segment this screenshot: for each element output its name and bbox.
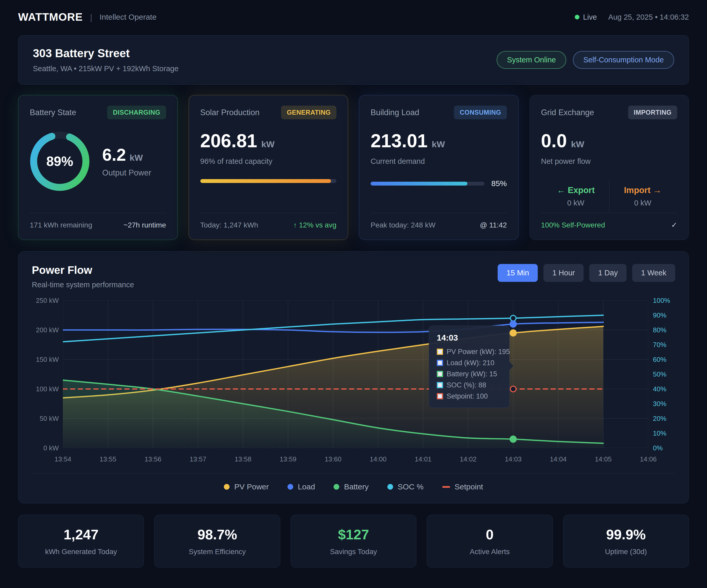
legend-label: SOC % bbox=[398, 482, 424, 491]
grid-export-label: ← Export bbox=[557, 185, 595, 195]
legend-item-pv-power[interactable]: PV Power bbox=[224, 482, 269, 491]
left-axis-tick: 150 kW bbox=[36, 356, 59, 364]
chart-tooltip: 14:03 PV Power (kW): 195Load (kW): 210Ba… bbox=[429, 326, 510, 408]
tooltip-rows: PV Power (kW): 195Load (kW): 210Battery … bbox=[437, 348, 502, 400]
legend-dot-icon bbox=[334, 484, 339, 490]
tooltip-swatch-icon bbox=[437, 349, 443, 355]
site-details: Seattle, WA • 215kW PV + 192kWh Storage bbox=[33, 64, 178, 73]
stat-label: Savings Today bbox=[296, 548, 411, 556]
tooltip-row-label: PV Power (kW): 195 bbox=[447, 348, 510, 356]
solar-production-card: Solar Production GENERATING 206.81 kW 96… bbox=[189, 95, 348, 240]
tooltip-row: PV Power (kW): 195 bbox=[437, 348, 502, 356]
right-axis-tick: 40% bbox=[653, 385, 666, 393]
brand-logo: WATTMORE bbox=[18, 11, 83, 23]
tooltip-row: Battery (kW): 15 bbox=[437, 370, 502, 378]
power-flow-chart[interactable]: 14:03 PV Power (kW): 195Load (kW): 210Ba… bbox=[63, 300, 648, 448]
chart-zone: 250 kW200 kW150 kW100 kW50 kW0 kW 14:03 … bbox=[32, 300, 675, 448]
site-info-bar: 303 Battery Street Seattle, WA • 215kW P… bbox=[18, 35, 689, 85]
battery-soc-donut: 89% bbox=[30, 131, 90, 191]
right-axis-tick: 30% bbox=[653, 400, 666, 408]
grid-export-value: 0 kW bbox=[557, 199, 595, 207]
site-name: 303 Battery Street bbox=[33, 47, 178, 60]
metric-cards-row: Battery State DISCHARGING bbox=[18, 95, 689, 240]
grid-status-badge: IMPORTING bbox=[628, 106, 677, 119]
chart-canvas bbox=[63, 300, 648, 448]
battery-card-title: Battery State bbox=[30, 108, 76, 117]
live-dot-icon bbox=[575, 15, 579, 20]
stat-label: Uptime (30d) bbox=[569, 548, 683, 556]
tooltip-row-label: Setpoint: 100 bbox=[447, 392, 488, 400]
grid-export-import: ← Export 0 kW Import → 0 kW bbox=[541, 180, 677, 212]
stat-active-alerts: 0 Active Alerts bbox=[427, 515, 552, 567]
legend-item-battery[interactable]: Battery bbox=[334, 482, 369, 491]
x-axis-tick: 14:04 bbox=[550, 455, 567, 463]
power-flow-title: Power Flow bbox=[32, 264, 134, 276]
mode-pill[interactable]: Self-Consumption Mode bbox=[573, 51, 674, 69]
legend-item-setpoint[interactable]: Setpoint bbox=[442, 482, 483, 491]
power-flow-heading: Power Flow Real-time system performance bbox=[32, 264, 134, 289]
product-name: Intellect Operate bbox=[100, 13, 157, 22]
legend-item-load[interactable]: Load bbox=[288, 482, 315, 491]
grid-exchange-card: Grid Exchange IMPORTING 0.0 kW Net power… bbox=[530, 95, 689, 240]
building-load-card: Building Load CONSUMING 213.01 kW Curren… bbox=[359, 95, 518, 240]
range-button-15min[interactable]: 15 Min bbox=[498, 264, 538, 282]
x-axis-tick: 14:00 bbox=[370, 455, 386, 463]
site-status-pills: System Online Self-Consumption Mode bbox=[497, 51, 674, 69]
legend-label: PV Power bbox=[234, 482, 269, 491]
load-progress-pct: 85% bbox=[491, 179, 507, 188]
brand-separator: | bbox=[90, 12, 92, 22]
tooltip-time: 14:03 bbox=[437, 333, 502, 342]
stat-savings-today: $127 Savings Today bbox=[291, 515, 416, 567]
left-axis-tick: 100 kW bbox=[36, 385, 59, 393]
x-axis-tick: 13:56 bbox=[144, 455, 161, 463]
battery-runtime: ~27h runtime bbox=[124, 221, 166, 229]
live-indicator: Live bbox=[575, 13, 597, 22]
load-progress-track bbox=[371, 182, 484, 186]
battery-state-card: Battery State DISCHARGING bbox=[18, 95, 178, 240]
stat-uptime: 99.9% Uptime (30d) bbox=[563, 515, 689, 567]
power-flow-panel: Power Flow Real-time system performance … bbox=[18, 251, 689, 503]
solar-value: 206.81 bbox=[200, 130, 257, 152]
battery-status-badge: DISCHARGING bbox=[107, 106, 166, 119]
left-axis-tick: 250 kW bbox=[36, 297, 59, 305]
load-status-badge: CONSUMING bbox=[454, 106, 507, 119]
left-axis-tick: 0 kW bbox=[43, 444, 59, 452]
stat-system-efficiency: 98.7% System Efficiency bbox=[154, 515, 280, 567]
check-icon: ✓ bbox=[671, 221, 677, 229]
battery-remaining: 171 kWh remaining bbox=[30, 221, 92, 229]
battery-soc-value: 89% bbox=[30, 131, 90, 191]
right-axis-tick: 80% bbox=[653, 326, 666, 334]
tooltip-swatch-icon bbox=[437, 382, 443, 388]
legend-dot-icon bbox=[288, 484, 293, 490]
legend-dot-icon bbox=[388, 484, 393, 490]
tooltip-row: Load (kW): 210 bbox=[437, 359, 502, 367]
load-unit: kW bbox=[432, 139, 445, 149]
load-value: 213.01 bbox=[371, 130, 428, 152]
legend-dot-icon bbox=[224, 484, 230, 490]
range-button-1week[interactable]: 1 Week bbox=[632, 264, 675, 282]
legend-label: Battery bbox=[344, 482, 369, 491]
grid-netflow-label: Net power flow bbox=[541, 157, 677, 166]
marker-setpoint bbox=[510, 386, 516, 392]
x-axis-tick: 14:01 bbox=[414, 455, 431, 463]
power-flow-subtitle: Real-time system performance bbox=[32, 281, 134, 289]
x-axis-tick: 14:06 bbox=[640, 455, 656, 463]
x-axis-tick: 13:55 bbox=[99, 455, 116, 463]
tooltip-row-label: SOC (%): 88 bbox=[447, 381, 486, 389]
grid-value: 0.0 bbox=[541, 130, 567, 152]
stat-value: $127 bbox=[296, 526, 411, 543]
stat-value: 98.7% bbox=[160, 526, 275, 543]
tooltip-row: SOC (%): 88 bbox=[437, 381, 502, 389]
grid-card-title: Grid Exchange bbox=[541, 108, 594, 117]
left-axis-ticks: 250 kW200 kW150 kW100 kW50 kW0 kW bbox=[32, 300, 63, 448]
range-button-1hour[interactable]: 1 Hour bbox=[543, 264, 583, 282]
load-peak-time: @ 11:42 bbox=[480, 221, 507, 229]
x-axis-tick: 14:05 bbox=[595, 455, 611, 463]
left-axis-tick: 50 kW bbox=[40, 415, 59, 423]
legend-item-soc-[interactable]: SOC % bbox=[388, 482, 424, 491]
grid-self-powered: 100% Self-Powered bbox=[541, 221, 605, 229]
right-axis-tick: 50% bbox=[653, 370, 666, 379]
right-axis-tick: 90% bbox=[653, 311, 666, 319]
range-button-1day[interactable]: 1 Day bbox=[589, 264, 627, 282]
live-label: Live bbox=[583, 13, 597, 22]
